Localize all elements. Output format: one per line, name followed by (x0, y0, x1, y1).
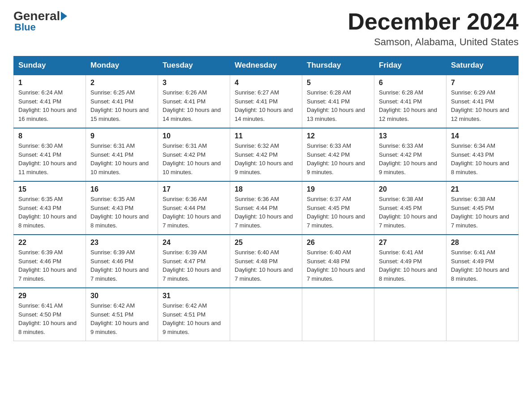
table-row: 22Sunrise: 6:39 AMSunset: 4:46 PMDayligh… (14, 235, 86, 288)
table-row: 26Sunrise: 6:40 AMSunset: 4:48 PMDayligh… (302, 235, 374, 288)
table-row: 19Sunrise: 6:37 AMSunset: 4:45 PMDayligh… (302, 181, 374, 235)
calendar-week-row: 15Sunrise: 6:35 AMSunset: 4:43 PMDayligh… (14, 181, 519, 235)
day-number: 5 (307, 79, 369, 87)
day-number: 6 (379, 79, 442, 87)
logo-arrow-icon (61, 12, 67, 21)
day-info: Sunrise: 6:27 AMSunset: 4:41 PMDaylight:… (235, 88, 297, 123)
day-number: 19 (307, 185, 369, 193)
table-row: 9Sunrise: 6:31 AMSunset: 4:41 PMDaylight… (86, 128, 158, 181)
table-row: 23Sunrise: 6:39 AMSunset: 4:46 PMDayligh… (86, 235, 158, 288)
day-info: Sunrise: 6:34 AMSunset: 4:43 PMDaylight:… (451, 141, 514, 176)
day-number: 8 (18, 132, 81, 140)
table-row: 15Sunrise: 6:35 AMSunset: 4:43 PMDayligh… (14, 181, 86, 235)
header-saturday: Saturday (446, 56, 519, 75)
header-friday: Friday (374, 56, 446, 75)
table-row: 21Sunrise: 6:38 AMSunset: 4:45 PMDayligh… (446, 181, 519, 235)
header-tuesday: Tuesday (158, 56, 230, 75)
page-header: General Blue December 2024 Samson, Alaba… (13, 9, 519, 48)
month-title: December 2024 (348, 9, 519, 34)
table-row: 8Sunrise: 6:30 AMSunset: 4:41 PMDaylight… (14, 128, 86, 181)
day-info: Sunrise: 6:33 AMSunset: 4:42 PMDaylight:… (307, 141, 369, 176)
calendar-week-row: 1Sunrise: 6:24 AMSunset: 4:41 PMDaylight… (14, 75, 519, 128)
table-row (302, 288, 374, 341)
day-number: 1 (18, 79, 81, 87)
day-info: Sunrise: 6:39 AMSunset: 4:46 PMDaylight:… (18, 248, 81, 283)
logo-blue-text: Blue (14, 21, 36, 33)
day-number: 26 (307, 239, 369, 247)
calendar-week-row: 22Sunrise: 6:39 AMSunset: 4:46 PMDayligh… (14, 235, 519, 288)
day-info: Sunrise: 6:33 AMSunset: 4:42 PMDaylight:… (379, 141, 442, 176)
day-info: Sunrise: 6:42 AMSunset: 4:51 PMDaylight:… (163, 301, 225, 336)
day-number: 4 (235, 79, 297, 87)
title-section: December 2024 Samson, Alabama, United St… (348, 9, 519, 48)
day-info: Sunrise: 6:26 AMSunset: 4:41 PMDaylight:… (163, 88, 225, 123)
table-row: 28Sunrise: 6:41 AMSunset: 4:49 PMDayligh… (446, 235, 519, 288)
day-info: Sunrise: 6:39 AMSunset: 4:46 PMDaylight:… (90, 248, 153, 283)
day-info: Sunrise: 6:40 AMSunset: 4:48 PMDaylight:… (235, 248, 297, 283)
table-row: 30Sunrise: 6:42 AMSunset: 4:51 PMDayligh… (86, 288, 158, 341)
day-number: 23 (90, 239, 153, 247)
calendar-header-row: Sunday Monday Tuesday Wednesday Thursday… (14, 56, 519, 75)
day-number: 30 (90, 292, 153, 300)
day-number: 24 (163, 239, 225, 247)
table-row: 18Sunrise: 6:36 AMSunset: 4:44 PMDayligh… (230, 181, 302, 235)
day-info: Sunrise: 6:38 AMSunset: 4:45 PMDaylight:… (379, 195, 442, 230)
day-info: Sunrise: 6:28 AMSunset: 4:41 PMDaylight:… (379, 88, 442, 123)
table-row: 13Sunrise: 6:33 AMSunset: 4:42 PMDayligh… (374, 128, 446, 181)
table-row: 12Sunrise: 6:33 AMSunset: 4:42 PMDayligh… (302, 128, 374, 181)
day-info: Sunrise: 6:39 AMSunset: 4:47 PMDaylight:… (163, 248, 225, 283)
day-number: 21 (451, 185, 514, 193)
day-info: Sunrise: 6:25 AMSunset: 4:41 PMDaylight:… (90, 88, 153, 123)
table-row: 11Sunrise: 6:32 AMSunset: 4:42 PMDayligh… (230, 128, 302, 181)
day-number: 3 (163, 79, 225, 87)
header-wednesday: Wednesday (230, 56, 302, 75)
table-row: 29Sunrise: 6:41 AMSunset: 4:50 PMDayligh… (14, 288, 86, 341)
day-info: Sunrise: 6:28 AMSunset: 4:41 PMDaylight:… (307, 88, 369, 123)
calendar-table: Sunday Monday Tuesday Wednesday Thursday… (13, 56, 519, 341)
day-info: Sunrise: 6:40 AMSunset: 4:48 PMDaylight:… (307, 248, 369, 283)
table-row: 3Sunrise: 6:26 AMSunset: 4:41 PMDaylight… (158, 75, 230, 128)
day-number: 16 (90, 185, 153, 193)
day-number: 22 (18, 239, 81, 247)
day-number: 20 (379, 185, 442, 193)
day-number: 28 (451, 239, 514, 247)
table-row: 16Sunrise: 6:35 AMSunset: 4:43 PMDayligh… (86, 181, 158, 235)
day-info: Sunrise: 6:31 AMSunset: 4:41 PMDaylight:… (90, 141, 153, 176)
day-info: Sunrise: 6:41 AMSunset: 4:49 PMDaylight:… (379, 248, 442, 283)
table-row: 31Sunrise: 6:42 AMSunset: 4:51 PMDayligh… (158, 288, 230, 341)
table-row: 5Sunrise: 6:28 AMSunset: 4:41 PMDaylight… (302, 75, 374, 128)
day-number: 12 (307, 132, 369, 140)
day-number: 15 (18, 185, 81, 193)
day-number: 18 (235, 185, 297, 193)
table-row (446, 288, 519, 341)
table-row: 1Sunrise: 6:24 AMSunset: 4:41 PMDaylight… (14, 75, 86, 128)
day-info: Sunrise: 6:41 AMSunset: 4:49 PMDaylight:… (451, 248, 514, 283)
day-number: 29 (18, 292, 81, 300)
table-row (374, 288, 446, 341)
day-info: Sunrise: 6:30 AMSunset: 4:41 PMDaylight:… (18, 141, 81, 176)
day-info: Sunrise: 6:32 AMSunset: 4:42 PMDaylight:… (235, 141, 297, 176)
table-row: 27Sunrise: 6:41 AMSunset: 4:49 PMDayligh… (374, 235, 446, 288)
table-row: 20Sunrise: 6:38 AMSunset: 4:45 PMDayligh… (374, 181, 446, 235)
logo: General Blue (13, 9, 68, 33)
header-thursday: Thursday (302, 56, 374, 75)
day-number: 7 (451, 79, 514, 87)
day-number: 27 (379, 239, 442, 247)
day-number: 31 (163, 292, 225, 300)
location-text: Samson, Alabama, United States (348, 36, 519, 48)
calendar-week-row: 8Sunrise: 6:30 AMSunset: 4:41 PMDaylight… (14, 128, 519, 181)
table-row: 4Sunrise: 6:27 AMSunset: 4:41 PMDaylight… (230, 75, 302, 128)
day-number: 2 (90, 79, 153, 87)
day-info: Sunrise: 6:29 AMSunset: 4:41 PMDaylight:… (451, 88, 514, 123)
table-row: 25Sunrise: 6:40 AMSunset: 4:48 PMDayligh… (230, 235, 302, 288)
table-row (230, 288, 302, 341)
table-row: 6Sunrise: 6:28 AMSunset: 4:41 PMDaylight… (374, 75, 446, 128)
header-sunday: Sunday (14, 56, 86, 75)
day-number: 11 (235, 132, 297, 140)
day-number: 17 (163, 185, 225, 193)
day-info: Sunrise: 6:36 AMSunset: 4:44 PMDaylight:… (235, 195, 297, 230)
day-info: Sunrise: 6:35 AMSunset: 4:43 PMDaylight:… (18, 195, 81, 230)
day-number: 25 (235, 239, 297, 247)
table-row: 10Sunrise: 6:31 AMSunset: 4:42 PMDayligh… (158, 128, 230, 181)
day-info: Sunrise: 6:31 AMSunset: 4:42 PMDaylight:… (163, 141, 225, 176)
